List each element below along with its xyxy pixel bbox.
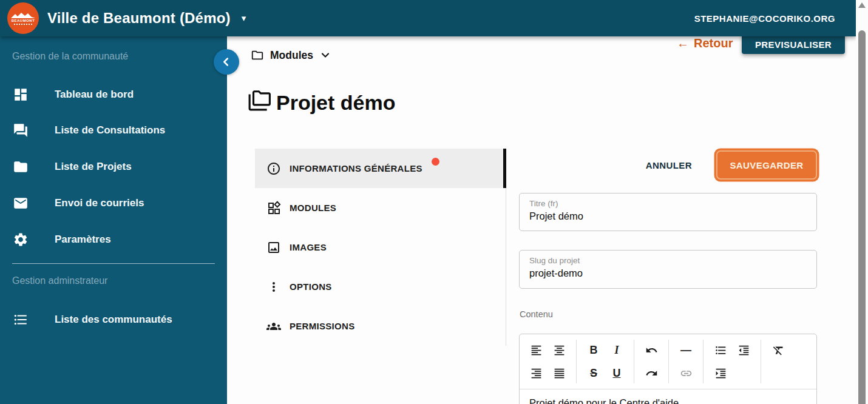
rich-text-editor: B I S U — bbox=[519, 334, 817, 404]
folder-outline-icon bbox=[251, 49, 264, 62]
breadcrumb-label: Modules bbox=[270, 49, 313, 62]
sidebar-item-label: Paramètres bbox=[55, 234, 111, 246]
main-content: PREVISUALISER ← Retour Modules Projet dé… bbox=[227, 36, 856, 404]
italic-icon[interactable]: I bbox=[605, 338, 628, 362]
sidebar-item-label: Liste des communautés bbox=[55, 314, 172, 326]
undo-icon[interactable] bbox=[640, 338, 663, 362]
align-justify-icon[interactable] bbox=[548, 362, 571, 385]
tab-images[interactable]: IMAGES bbox=[255, 227, 506, 267]
slug-field-label: Slug du projet bbox=[529, 256, 807, 265]
logo-tagline-line bbox=[14, 24, 32, 25]
image-icon bbox=[266, 240, 281, 255]
editor-toolbar: B I S U — bbox=[520, 334, 816, 389]
folder-icon bbox=[13, 159, 29, 175]
list-group bbox=[709, 338, 755, 385]
tab-label: IMAGES bbox=[290, 242, 327, 252]
back-link-label: Retour bbox=[694, 36, 733, 50]
page-title: Projet démo bbox=[248, 89, 395, 116]
page-title-text: Projet démo bbox=[276, 91, 395, 115]
save-button[interactable]: SAUVEGARDER bbox=[716, 150, 817, 180]
sidebar-item-label: Liste de Projets bbox=[55, 161, 132, 173]
groups-icon bbox=[266, 319, 281, 334]
tab-informations-generales[interactable]: INFORMATIONS GÉNÉRALES bbox=[255, 149, 506, 188]
tab-label: INFORMATIONS GÉNÉRALES bbox=[290, 163, 422, 173]
form-actions: ANNULER SAUVEGARDER bbox=[519, 150, 817, 180]
user-email[interactable]: STEPHANIE@COCORIKO.ORG bbox=[694, 13, 835, 24]
toolbar-separator bbox=[703, 340, 704, 383]
gear-icon bbox=[13, 232, 29, 247]
cancel-button[interactable]: ANNULER bbox=[646, 160, 692, 170]
breadcrumb[interactable]: Modules bbox=[251, 49, 331, 62]
sidebar-item-consultations[interactable]: Liste de Consultations bbox=[0, 118, 227, 143]
content-field-label: Contenu bbox=[520, 309, 553, 319]
sidebar-item-communities[interactable]: Liste des communautés bbox=[0, 308, 227, 332]
bulleted-list-icon[interactable] bbox=[709, 338, 732, 362]
tab-label: OPTIONS bbox=[290, 281, 332, 292]
horizontal-rule-icon[interactable]: — bbox=[674, 338, 697, 362]
tab-permissions[interactable]: PERMISSIONS bbox=[255, 306, 506, 346]
widgets-icon bbox=[266, 201, 281, 215]
sidebar-divider bbox=[12, 263, 215, 264]
org-name[interactable]: Ville de Beaumont (Démo) bbox=[47, 10, 231, 27]
scroll-up-arrow-icon[interactable] bbox=[858, 2, 866, 8]
info-icon bbox=[266, 161, 281, 176]
align-left-icon[interactable] bbox=[524, 338, 548, 362]
tab-modules[interactable]: MODULES bbox=[255, 188, 506, 227]
title-fr-field-value[interactable]: Projet démo bbox=[529, 210, 807, 222]
insert-group: — bbox=[674, 338, 697, 385]
format-clear-icon[interactable] bbox=[767, 338, 790, 362]
sidebar-item-label: Tableau de bord bbox=[55, 89, 134, 101]
tab-label: PERMISSIONS bbox=[290, 321, 355, 331]
tab-options[interactable]: OPTIONS bbox=[255, 267, 506, 306]
toolbar-separator bbox=[576, 340, 577, 383]
mail-icon bbox=[13, 195, 29, 211]
tab-label: MODULES bbox=[290, 203, 336, 213]
link-icon[interactable] bbox=[674, 362, 697, 385]
org-dropdown-caret-icon[interactable]: ▾ bbox=[242, 13, 246, 24]
sidebar-item-dashboard[interactable]: Tableau de bord bbox=[0, 82, 227, 107]
sidebar-item-label: Liste de Consultations bbox=[55, 124, 165, 136]
title-fr-field[interactable]: Titre (fr) Projet démo bbox=[519, 193, 817, 231]
sidebar: Gestion de la communauté Tableau de bord… bbox=[0, 36, 227, 404]
redo-icon[interactable] bbox=[640, 362, 663, 385]
slug-field-value[interactable]: projet-demo bbox=[529, 268, 807, 279]
bold-icon[interactable]: B bbox=[582, 338, 605, 362]
more-vert-icon bbox=[266, 280, 281, 294]
app-header: BEAUMONT Ville de Beaumont (Démo) ▾ STEP… bbox=[0, 0, 856, 36]
back-link[interactable]: ← Retour bbox=[677, 36, 733, 50]
scrollbar-thumb[interactable] bbox=[858, 30, 866, 404]
sidebar-item-emails[interactable]: Envoi de courriels bbox=[0, 191, 227, 215]
underline-icon[interactable]: U bbox=[605, 362, 628, 385]
sidebar-section-community-label: Gestion de la communauté bbox=[12, 51, 128, 62]
align-right-icon[interactable] bbox=[524, 362, 548, 385]
clear-group bbox=[767, 338, 790, 385]
dashboard-icon bbox=[13, 87, 29, 103]
outdent-icon[interactable] bbox=[732, 338, 755, 362]
toolbar-separator bbox=[761, 340, 761, 383]
vertical-scrollbar[interactable] bbox=[856, 0, 868, 404]
indent-icon[interactable] bbox=[709, 362, 732, 385]
align-center-icon[interactable] bbox=[548, 338, 571, 362]
toolbar-separator bbox=[668, 340, 669, 383]
sidebar-item-settings[interactable]: Paramètres bbox=[0, 227, 227, 252]
beaumont-logo[interactable]: BEAUMONT bbox=[7, 2, 39, 34]
toolbar-separator bbox=[634, 340, 634, 383]
logo-text: BEAUMONT bbox=[12, 19, 35, 22]
app-window: Gestion de la communauté Tableau de bord… bbox=[0, 0, 868, 404]
project-copy-icon bbox=[248, 89, 271, 116]
sidebar-item-projects[interactable]: Liste de Projets bbox=[0, 155, 227, 179]
sidebar-collapse-button[interactable] bbox=[214, 49, 239, 75]
format-group: B I S U bbox=[582, 338, 628, 385]
chevron-down-icon bbox=[319, 49, 331, 61]
align-group bbox=[524, 338, 571, 385]
back-arrow-icon: ← bbox=[677, 36, 689, 50]
tab-list: INFORMATIONS GÉNÉRALES MODULES IMAGES OP… bbox=[255, 149, 506, 346]
sidebar-section-admin-label: Gestion adminstrateur bbox=[12, 275, 107, 286]
sidebar-item-label: Envoi de courriels bbox=[55, 197, 144, 209]
content-field-value[interactable]: Projet démo pour le Centre d'aide. bbox=[520, 389, 816, 404]
forum-icon bbox=[13, 123, 29, 138]
slug-field[interactable]: Slug du projet projet-demo bbox=[519, 250, 817, 289]
strikethrough-icon[interactable]: S bbox=[582, 362, 605, 385]
unsaved-badge-dot bbox=[432, 158, 439, 166]
list-icon bbox=[13, 312, 29, 328]
